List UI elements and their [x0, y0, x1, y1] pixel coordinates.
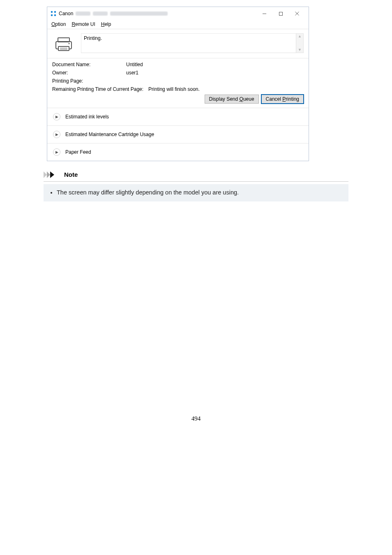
titlebar: Canon: [47, 7, 309, 20]
status-monitor-window: Canon Option Remote UI Help: [47, 7, 309, 161]
window-title: Canon: [59, 11, 73, 16]
svg-point-1: [51, 14, 53, 16]
chevron-right-icon: ▶: [53, 113, 60, 120]
note-arrows-icon: [44, 171, 62, 178]
cancel-printing-button[interactable]: Cancel Printing: [261, 95, 304, 104]
chevron-right-icon: ▶: [53, 131, 60, 138]
info-block: Document Name: Untitled Owner: user1 Pri…: [47, 58, 309, 108]
expander-label: Estimated ink levels: [65, 114, 109, 120]
menu-option[interactable]: Option: [51, 21, 66, 27]
svg-marker-14: [44, 171, 47, 178]
remaining-time-value: Printing will finish soon.: [148, 86, 200, 92]
owner-label: Owner:: [52, 70, 126, 76]
close-button[interactable]: [289, 9, 305, 18]
svg-marker-15: [47, 171, 50, 178]
status-row: Printing. ▲ ▼: [47, 29, 309, 58]
title-redacted: [93, 12, 108, 16]
svg-rect-10: [58, 46, 69, 51]
note-body: The screen may differ slightly depending…: [44, 184, 348, 201]
display-send-queue-button[interactable]: Display Send Queue: [205, 95, 259, 104]
expander-maintenance-cartridge[interactable]: ▶ Estimated Maintenance Cartridge Usage: [47, 126, 309, 143]
minimize-button[interactable]: [256, 9, 272, 18]
window-controls: [256, 9, 305, 18]
expander-label: Paper Feed: [65, 149, 91, 155]
menu-help[interactable]: Help: [101, 21, 111, 27]
doc-name-value: Untitled: [126, 62, 143, 67]
page-number: 494: [44, 415, 348, 430]
status-scrollbar[interactable]: ▲ ▼: [296, 33, 304, 53]
scroll-up-icon[interactable]: ▲: [298, 35, 302, 38]
svg-point-3: [54, 14, 56, 16]
owner-value: user1: [126, 70, 138, 76]
menu-remote-ui[interactable]: Remote UI: [71, 21, 95, 27]
action-row: Display Send Queue Cancel Printing: [52, 95, 304, 104]
titlebar-left: Canon: [51, 11, 256, 16]
chevron-right-icon: ▶: [53, 148, 60, 156]
printing-page-label: Printing Page:: [52, 78, 126, 84]
printer-icon: [52, 33, 75, 53]
svg-rect-5: [279, 12, 282, 15]
note-heading: Note: [64, 171, 78, 178]
scroll-down-icon[interactable]: ▼: [298, 48, 302, 52]
expander-paper-feed[interactable]: ▶ Paper Feed: [47, 143, 309, 161]
svg-point-2: [54, 11, 56, 13]
title-redacted: [76, 12, 90, 16]
expander-label: Estimated Maintenance Cartridge Usage: [65, 132, 154, 137]
menubar: Option Remote UI Help: [47, 20, 309, 29]
status-text-wrap: Printing. ▲ ▼: [81, 33, 304, 53]
svg-marker-16: [50, 171, 54, 178]
svg-point-0: [51, 11, 53, 13]
expander-ink-levels[interactable]: ▶ Estimated ink levels: [47, 108, 309, 126]
note-item: The screen may differ slightly depending…: [57, 188, 344, 197]
svg-point-13: [69, 43, 70, 44]
title-redacted: [110, 12, 168, 16]
doc-name-label: Document Name:: [52, 62, 126, 67]
app-icon: [51, 11, 56, 16]
note-heading-row: Note: [44, 171, 348, 182]
status-message: Printing.: [81, 33, 296, 53]
remaining-time-label: Remaining Printing Time of Current Page:: [52, 86, 143, 92]
maximize-button[interactable]: [272, 9, 289, 18]
